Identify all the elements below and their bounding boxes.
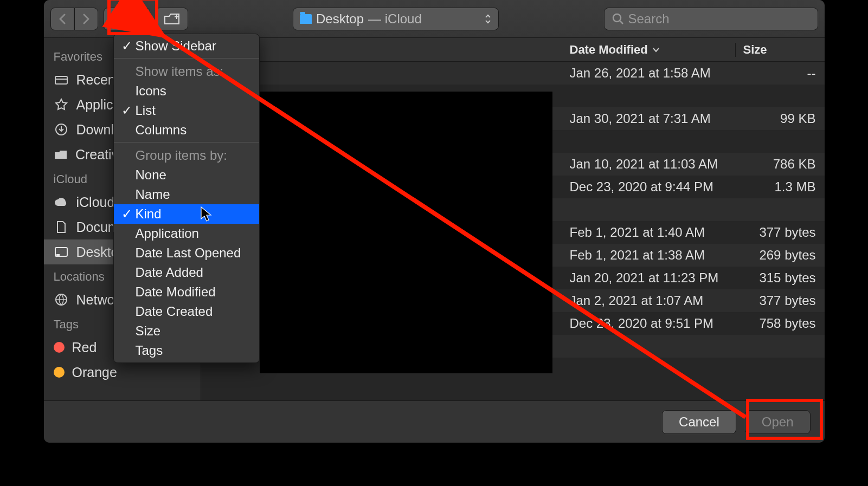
cell-date: Dec 23, 2020 at 9:51 PM [562, 316, 736, 331]
tag-dot-icon [54, 342, 65, 353]
location-popup[interactable]: Desktop — iCloud [293, 8, 499, 30]
network-icon [54, 293, 69, 306]
view-options-button[interactable] [104, 8, 150, 30]
menu-heading-showas: Show items as: [114, 61, 259, 81]
location-suffix: — iCloud [368, 11, 422, 27]
cell-date: Feb 1, 2021 at 1:38 AM [562, 248, 736, 263]
menu-item-label: Name [136, 187, 170, 202]
sidebar-item-label: Red [72, 340, 97, 355]
cell-date: Dec 23, 2020 at 9:44 PM [562, 179, 736, 195]
check-icon: ✓ [121, 103, 132, 118]
column-header-date-label: Date Modified [570, 43, 648, 57]
search-icon [612, 13, 624, 25]
open-button-label: Open [762, 414, 794, 430]
back-button[interactable] [50, 8, 74, 30]
location-folder: Desktop [316, 11, 364, 27]
new-folder-icon [164, 13, 180, 25]
downloads-icon [54, 123, 69, 136]
svg-rect-11 [56, 254, 60, 256]
cell-date: Jan 2, 2021 at 1:07 AM [562, 293, 736, 308]
menu-date-modified[interactable]: Date Modified [114, 282, 259, 302]
cell-size: -- [736, 66, 825, 81]
menu-date-added[interactable]: Date Added [114, 263, 259, 282]
menu-item-label: Columns [136, 122, 187, 137]
menu-application[interactable]: Application [114, 224, 259, 243]
cell-date: Jan 20, 2021 at 11:23 PM [562, 270, 736, 286]
menu-item-label: Date Last Opened [136, 245, 241, 260]
forward-button[interactable] [74, 8, 98, 30]
menu-item-label: Show Sidebar [136, 38, 216, 53]
cell-size: 758 bytes [736, 316, 825, 331]
desktop-icon [54, 245, 69, 258]
cell-size: 377 bytes [736, 225, 825, 240]
check-icon: ✓ [121, 38, 132, 54]
check-icon: ✓ [121, 206, 132, 222]
rows-container: Jan 26, 2021 at 1:58 AM--Jan 30, 2021 at… [201, 62, 825, 400]
folder-icon [300, 14, 312, 24]
cell-size: 1.3 MB [736, 179, 825, 195]
svg-rect-7 [55, 76, 67, 84]
cell-date: Jan 30, 2021 at 7:31 AM [562, 111, 736, 126]
menu-tags[interactable]: Tags [114, 341, 259, 360]
cloud-icon [54, 196, 69, 209]
recents-icon [54, 73, 69, 86]
menu-kind[interactable]: ✓Kind [114, 204, 259, 224]
menu-icons[interactable]: Icons [114, 81, 259, 101]
column-header-date[interactable]: Date Modified [562, 43, 736, 57]
menu-item-label: Tags [136, 343, 163, 358]
list-view-icon [115, 14, 129, 24]
cell-size: 786 KB [736, 157, 825, 172]
new-folder-button[interactable] [156, 8, 188, 30]
cell-size: 315 bytes [736, 270, 825, 286]
menu-date-last-opened[interactable]: Date Last Opened [114, 243, 259, 263]
menu-item-label: None [136, 167, 166, 182]
search-placeholder: Search [628, 11, 670, 27]
menu-date-created[interactable]: Date Created [114, 302, 259, 321]
cancel-button-label: Cancel [679, 414, 719, 430]
menu-item-label: Size [136, 323, 161, 338]
sidebar-item-label: Orange [72, 365, 117, 380]
menu-item-label: Date Modified [136, 284, 216, 299]
menu-columns[interactable]: Columns [114, 120, 259, 140]
menu-item-label: Date Created [136, 304, 213, 319]
menu-list[interactable]: ✓List [114, 101, 259, 120]
cell-date: Jan 10, 2021 at 11:03 AM [562, 157, 736, 172]
tag-dot-icon [54, 367, 65, 378]
table-row[interactable]: Jan 26, 2021 at 1:58 AM-- [201, 62, 825, 85]
menu-item-label: Application [136, 226, 199, 241]
search-field[interactable]: Search [604, 8, 818, 30]
column-header-size[interactable]: Size [736, 43, 825, 57]
column-header-size-label: Size [743, 43, 767, 56]
docs-icon [54, 221, 69, 234]
cursor-icon [200, 206, 212, 222]
cell-date: Jan 26, 2021 at 1:58 AM [562, 66, 736, 81]
menu-item-label: Kind [136, 206, 162, 221]
menu-heading-groupby: Group items by: [114, 145, 259, 165]
sort-desc-icon [652, 47, 660, 53]
cell-date: Feb 1, 2021 at 1:40 AM [562, 225, 736, 240]
updown-icon [484, 14, 492, 24]
menu-item-label: Icons [136, 83, 166, 98]
menu-none[interactable]: None [114, 165, 259, 185]
open-button[interactable]: Open [745, 410, 811, 434]
toolbar: Desktop — iCloud Search [44, 0, 825, 38]
folder-icon [54, 148, 68, 161]
chevron-down-icon [132, 17, 139, 21]
menu-name[interactable]: Name [114, 185, 259, 204]
apps-icon [54, 98, 69, 111]
svg-point-5 [613, 14, 621, 22]
menu-item-label: Date Added [136, 265, 203, 280]
menu-separator [114, 142, 259, 142]
file-list: Date Modified Size Jan 26, 2021 at 1:58 … [201, 38, 825, 400]
cell-size: 377 bytes [736, 293, 825, 308]
sidebar-tag-orange[interactable]: Orange [44, 360, 201, 385]
redacted-area [260, 92, 552, 373]
cancel-button[interactable]: Cancel [662, 410, 736, 434]
menu-size[interactable]: Size [114, 321, 259, 341]
menu-separator [114, 58, 259, 59]
cell-size: 99 KB [736, 111, 825, 126]
menu-show-sidebar[interactable]: ✓Show Sidebar [114, 36, 259, 56]
dialog-footer: Cancel Open [44, 400, 825, 443]
view-options-menu: ✓Show Sidebar Show items as: Icons ✓List… [113, 34, 260, 363]
column-headers: Date Modified Size [201, 38, 825, 62]
